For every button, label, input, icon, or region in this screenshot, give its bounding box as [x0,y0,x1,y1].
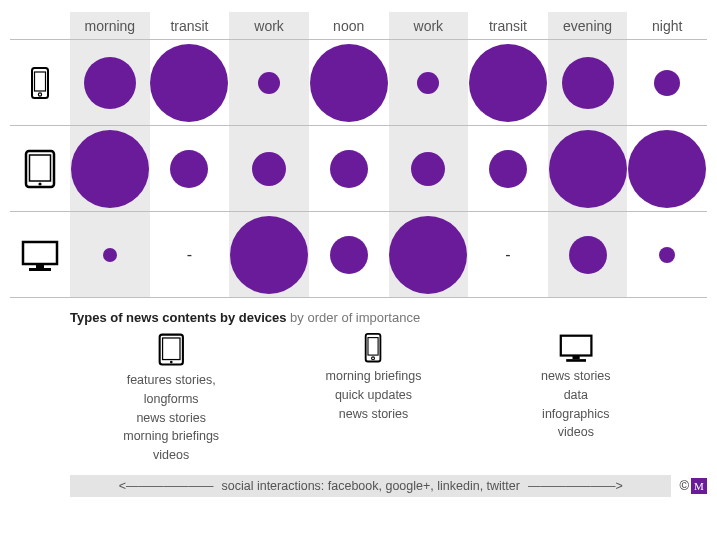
bubble [310,44,388,122]
bubble-cell [627,40,707,126]
bubble [654,70,680,96]
desktop-column: news stories data infographics videos [475,333,677,465]
bubble-cell [548,212,628,298]
col-header: transit [468,12,548,40]
social-bar: <——————— social interactions: facebook, … [70,475,671,497]
tablet-icon [24,149,56,189]
footer: <——————— social interactions: facebook, … [70,475,707,497]
phone-column: morning briefings quick updates news sto… [272,333,474,465]
desktop-icon [21,239,59,271]
dash: - [187,246,192,264]
bubble-cell [229,40,309,126]
bubble [103,248,117,262]
bubble-cell [468,126,548,212]
bubble-cell [389,126,469,212]
bubble-cell: - [468,212,548,298]
bubble-cell [627,212,707,298]
bubble [330,150,368,188]
bubble-cell [548,40,628,126]
bubble [569,236,607,274]
copyright-symbol: © [679,478,689,493]
section-title-bold: Types of news contents by devices [70,310,287,325]
arrow-left-icon: <——————— [119,479,214,493]
bubble-cell [309,40,389,126]
arrow-right-icon: ———————> [528,479,623,493]
bubble-cell [389,40,469,126]
content-item: videos [475,423,677,442]
content-item: data [475,386,677,405]
bubble-cell [150,40,230,126]
bubble-cell [150,126,230,212]
col-header: work [229,12,309,40]
bubble-cell [548,126,628,212]
col-header: morning [70,12,150,40]
bubble-cell [229,212,309,298]
bubble [71,130,149,208]
col-header: work [389,12,469,40]
content-item: features stories, [70,371,272,390]
bubble [628,130,706,208]
content-item: quick updates [272,386,474,405]
desktop-icon [559,333,593,363]
tablet-column: features stories, longforms news stories… [70,333,272,465]
bubble [389,216,467,294]
smartphone-icon [28,67,52,99]
bubble [330,236,368,274]
bubble [258,72,280,94]
bubble [230,216,308,294]
content-item: news stories [70,409,272,428]
bubble-cell [229,126,309,212]
content-item: longforms [70,390,272,409]
bubble [411,152,445,186]
row-header-smartphone [10,40,70,126]
bubble-cell [70,40,150,126]
section-title: Types of news contents by devices by ord… [70,310,677,325]
content-item: news stories [272,405,474,424]
bubble [150,44,228,122]
col-header: transit [150,12,230,40]
bubble [562,57,614,109]
content-item: morning briefings [272,367,474,386]
logo-icon: M [691,478,707,494]
row-header-tablet [10,126,70,212]
content-item: morning briefings [70,427,272,446]
col-header: evening [548,12,628,40]
bubble-cell [70,126,150,212]
section-title-rest: by order of importance [287,310,421,325]
header-corner [10,12,70,40]
col-header: noon [309,12,389,40]
copyright: © M [679,478,707,494]
bubble-cell: - [150,212,230,298]
bubble [469,44,547,122]
bubble-cell [309,126,389,212]
bubble-cell [70,212,150,298]
dash: - [505,246,510,264]
content-item: infographics [475,405,677,424]
smartphone-icon [362,333,384,363]
bubble [252,152,286,186]
bubble-cell [627,126,707,212]
bubble [84,57,136,109]
content-types-section: Types of news contents by devices by ord… [10,310,707,465]
bubble [170,150,208,188]
bubble-cell [309,212,389,298]
bubble [489,150,527,188]
bubble-cell [468,40,548,126]
tablet-icon [158,333,184,367]
social-text: social interactions: facebook, google+, … [221,479,519,493]
col-header: night [627,12,707,40]
bubble [549,130,627,208]
content-item: news stories [475,367,677,386]
row-header-desktop [10,212,70,298]
content-item: videos [70,446,272,465]
bubble [659,247,675,263]
bubble [417,72,439,94]
bubble-cell [389,212,469,298]
bubble-grid: morning transit work noon work transit e… [10,12,707,298]
